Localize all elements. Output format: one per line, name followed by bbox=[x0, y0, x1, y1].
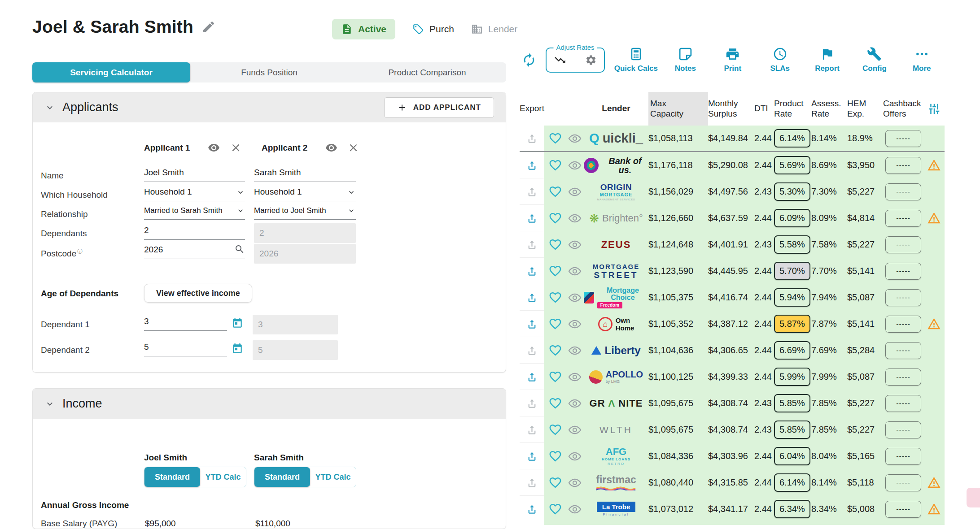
lender-logo[interactable]: ZEUS bbox=[584, 240, 648, 250]
product-rate-value[interactable]: 5.85% bbox=[774, 394, 810, 412]
search-icon[interactable] bbox=[234, 244, 245, 255]
export-button[interactable] bbox=[520, 311, 544, 337]
cashback-offers-button[interactable]: ----- bbox=[885, 395, 921, 412]
toolbar-button-slas[interactable]: SLAs bbox=[760, 47, 800, 73]
product-rate-value[interactable]: 5.85% bbox=[774, 421, 810, 439]
warning-icon[interactable] bbox=[927, 211, 941, 225]
product-rate-value[interactable]: 6.14% bbox=[774, 473, 810, 492]
column-settings-icon[interactable] bbox=[923, 102, 945, 116]
lender-logo[interactable]: WLTH bbox=[584, 425, 648, 434]
cashback-offers-button[interactable]: ----- bbox=[885, 448, 921, 465]
favourite-button[interactable] bbox=[544, 291, 566, 304]
product-rate-cell[interactable]: 6.14% bbox=[774, 129, 811, 147]
dependant-1-age-input[interactable]: 3 bbox=[144, 317, 227, 331]
gear-icon[interactable] bbox=[585, 54, 597, 66]
product-rate-value[interactable]: 5.58% bbox=[774, 235, 810, 254]
view-button[interactable] bbox=[566, 132, 584, 145]
product-rate-cell[interactable]: 5.99% bbox=[774, 368, 811, 386]
product-rate-cell[interactable]: 5.94% bbox=[774, 288, 811, 307]
calendar-icon[interactable] bbox=[232, 317, 243, 329]
view-button[interactable] bbox=[566, 423, 584, 437]
product-rate-value[interactable]: 5.69% bbox=[774, 156, 810, 174]
product-rate-value[interactable]: 5.70% bbox=[774, 262, 810, 280]
cashback-offers-button[interactable]: ----- bbox=[885, 474, 921, 491]
lender-logo[interactable]: MORTGAGESTREET bbox=[584, 263, 648, 279]
favourite-button[interactable] bbox=[544, 238, 566, 251]
column-header-lender[interactable]: Lender bbox=[584, 104, 648, 114]
cashback-offers-button[interactable]: ----- bbox=[885, 421, 921, 438]
toggle-ytd-calc[interactable]: YTD Calc bbox=[310, 467, 356, 487]
export-button[interactable] bbox=[520, 364, 544, 390]
product-rate-cell[interactable]: 6.04% bbox=[774, 447, 811, 465]
export-button[interactable] bbox=[520, 284, 544, 311]
favourite-button[interactable] bbox=[544, 185, 566, 199]
product-rate-value[interactable]: 6.09% bbox=[774, 209, 810, 227]
cashback-offers-button[interactable]: ----- bbox=[885, 316, 921, 333]
applicants-section-header[interactable]: Applicants ADD APPLICANT bbox=[33, 92, 506, 122]
column-header-max-capacity[interactable]: Max Capacity bbox=[648, 92, 708, 126]
dependant-2-age-input[interactable]: 5 bbox=[144, 342, 227, 356]
toggle-standard[interactable]: Standard bbox=[254, 467, 310, 487]
product-rate-cell[interactable]: 6.69% bbox=[774, 341, 811, 360]
adjust-rates-box[interactable]: Adjust Rates bbox=[546, 48, 605, 73]
product-rate-cell[interactable]: 5.87% bbox=[774, 315, 811, 333]
cashback-offers-button[interactable]: ----- bbox=[885, 369, 921, 386]
view-button[interactable] bbox=[566, 159, 584, 172]
tab-product-comparison[interactable]: Product Comparison bbox=[348, 62, 506, 82]
floating-widget-peek[interactable] bbox=[967, 488, 980, 507]
column-header-cashback-offers[interactable]: Cashback Offers bbox=[883, 99, 923, 119]
product-rate-cell[interactable]: 5.58% bbox=[774, 235, 811, 254]
add-applicant-button[interactable]: ADD APPLICANT bbox=[384, 97, 494, 118]
warning-icon[interactable] bbox=[927, 502, 941, 516]
product-rate-cell[interactable]: 5.85% bbox=[774, 394, 811, 412]
column-header-dti[interactable]: DTI bbox=[754, 104, 774, 114]
view-effective-income-button[interactable]: View effective income bbox=[144, 284, 252, 303]
lender-logo[interactable]: APOLLOby LMG bbox=[584, 370, 648, 384]
household-select-applicant2[interactable]: Household 1 bbox=[254, 187, 356, 201]
chevron-down-icon[interactable] bbox=[44, 102, 55, 113]
view-button[interactable] bbox=[566, 264, 584, 278]
view-button[interactable] bbox=[566, 450, 584, 463]
sync-icon[interactable] bbox=[521, 52, 537, 68]
eye-icon[interactable] bbox=[325, 142, 337, 154]
relationship-select-applicant2[interactable]: Married to Joel Smith bbox=[254, 206, 356, 220]
lender-logo[interactable]: Quickli_ bbox=[584, 132, 648, 145]
favourite-button[interactable] bbox=[544, 211, 566, 225]
lender-logo[interactable]: ⌂OwnHome bbox=[584, 317, 648, 331]
lender-logo[interactable]: Bank of us. bbox=[584, 156, 648, 174]
relationship-select-applicant1[interactable]: Married to Sarah Smith bbox=[144, 206, 245, 220]
postcode-input-applicant1[interactable]: 2026 bbox=[144, 244, 245, 259]
lender-logo[interactable]: firstmac bbox=[584, 475, 648, 490]
calendar-icon[interactable] bbox=[232, 343, 243, 355]
export-button[interactable] bbox=[520, 205, 544, 231]
toolbar-button-more[interactable]: More bbox=[902, 47, 941, 73]
view-button[interactable] bbox=[566, 238, 584, 251]
cashback-offers-button[interactable]: ----- bbox=[885, 289, 921, 306]
view-button[interactable] bbox=[566, 344, 584, 357]
view-button[interactable] bbox=[566, 370, 584, 384]
warning-icon[interactable] bbox=[927, 158, 941, 172]
export-button[interactable] bbox=[520, 469, 544, 496]
toggle-ytd-calc[interactable]: YTD Calc bbox=[200, 467, 246, 487]
lender-logo[interactable]: Liberty bbox=[584, 345, 648, 356]
favourite-button[interactable] bbox=[544, 423, 566, 437]
cashback-offers-button[interactable]: ----- bbox=[885, 210, 921, 227]
lender-logo[interactable]: GRΛNITE bbox=[584, 399, 648, 408]
lender-logo[interactable]: ORIGINMORTGAGEMANAGEMENT SERVICES bbox=[584, 183, 648, 201]
export-button[interactable] bbox=[520, 337, 544, 364]
product-rate-cell[interactable]: 5.85% bbox=[774, 421, 811, 439]
cashback-offers-button[interactable]: ----- bbox=[885, 263, 921, 280]
favourite-button[interactable] bbox=[544, 317, 566, 331]
favourite-button[interactable] bbox=[544, 264, 566, 278]
name-input-applicant1[interactable]: Joel Smith bbox=[144, 168, 245, 182]
column-header-monthly-surplus[interactable]: Monthly Surplus bbox=[708, 99, 754, 119]
product-rate-value[interactable]: 5.99% bbox=[774, 368, 810, 386]
product-rate-value[interactable]: 6.34% bbox=[774, 500, 810, 518]
cashback-offers-button[interactable]: ----- bbox=[885, 501, 921, 518]
export-button[interactable] bbox=[520, 258, 544, 284]
tab-servicing-calculator[interactable]: Servicing Calculator bbox=[32, 62, 190, 82]
warning-icon[interactable] bbox=[927, 317, 941, 331]
toolbar-button-notes[interactable]: Notes bbox=[665, 47, 705, 73]
toolbar-button-report[interactable]: Report bbox=[808, 47, 847, 73]
export-button[interactable] bbox=[520, 126, 544, 151]
